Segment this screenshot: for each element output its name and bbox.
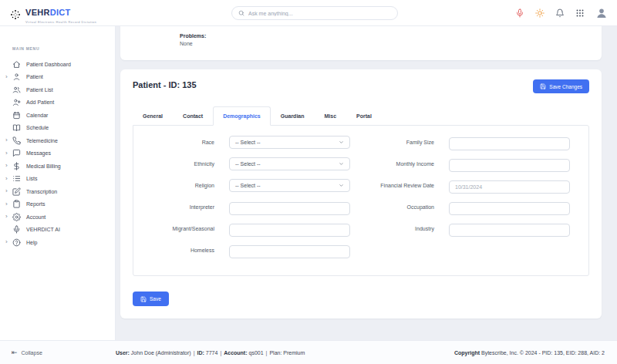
tab-guardian[interactable]: Guardian bbox=[271, 106, 315, 126]
ethnicity-select[interactable]: -- Select -- bbox=[229, 157, 350, 170]
logo-text: VEHRDICT Virtual Electronic Health Recor… bbox=[25, 5, 96, 24]
migrant-seasonal-field[interactable] bbox=[229, 224, 350, 237]
tab-general[interactable]: General bbox=[133, 106, 173, 126]
chevron-down-icon bbox=[339, 161, 344, 167]
patient-tabs-area: General Contact Demographics Guardian Mi… bbox=[133, 106, 589, 276]
tab-demographics[interactable]: Demographics bbox=[213, 106, 271, 126]
interpreter-field[interactable] bbox=[229, 202, 350, 215]
form-row-race: Race -- Select -- bbox=[141, 136, 361, 149]
logo[interactable]: VEHRDICT Virtual Electronic Health Recor… bbox=[9, 5, 96, 24]
form-row-family-size: Family Size bbox=[361, 136, 581, 149]
sidebar-collapse-button[interactable]: ⇤ Collapse bbox=[0, 349, 116, 356]
form-row-religion: Religion -- Select -- bbox=[141, 179, 361, 192]
user-icon bbox=[12, 72, 21, 81]
help-circle-icon bbox=[12, 238, 21, 247]
page-title: Patient - ID: 135 bbox=[133, 80, 589, 89]
sidebar: MAIN MENU Patient Dashboard Patient Pati… bbox=[0, 26, 116, 340]
save-changes-button[interactable]: Save Changes bbox=[533, 79, 589, 93]
brand-name: VEHRDICT bbox=[25, 8, 71, 17]
phone-icon bbox=[12, 136, 21, 145]
main-content: Problems: None Patient - ID: 135 Save Ch… bbox=[116, 26, 617, 340]
app-window: VEHRDICT Virtual Electronic Health Recor… bbox=[0, 0, 617, 364]
calendar-icon bbox=[12, 111, 21, 120]
pen-icon bbox=[12, 187, 21, 196]
form-row-migrant-seasonal: Migrant/Seasonal bbox=[141, 222, 361, 235]
global-search[interactable] bbox=[231, 6, 398, 20]
home-icon bbox=[12, 60, 21, 69]
book-open-icon bbox=[12, 123, 21, 132]
sidebar-item-help[interactable]: Help bbox=[0, 236, 115, 249]
footer-copyright: Copyright Bytescribe, Inc. © 2024 - PID:… bbox=[454, 350, 617, 356]
brand-tagline: Virtual Electronic Health Record Dictati… bbox=[25, 20, 96, 24]
homeless-field[interactable] bbox=[229, 245, 350, 258]
sidebar-item-medical-billing[interactable]: Medical Billing bbox=[0, 160, 115, 173]
form-row-monthly-income: Monthly Income bbox=[361, 157, 581, 170]
clipboard-icon bbox=[12, 200, 21, 208]
form-row-occupation: Occupation bbox=[361, 201, 581, 214]
save-button[interactable]: Save bbox=[133, 292, 169, 306]
chevron-down-icon bbox=[339, 183, 344, 188]
footer: ⇤ Collapse User: John Doe (Administrator… bbox=[0, 340, 617, 364]
dollar-icon bbox=[12, 162, 21, 170]
topbar: VEHRDICT Virtual Electronic Health Recor… bbox=[0, 0, 617, 26]
sidebar-item-patient[interactable]: Patient bbox=[0, 71, 115, 84]
sidebar-item-lists[interactable]: Lists bbox=[0, 173, 115, 186]
patient-card: Patient - ID: 135 Save Changes General C… bbox=[120, 69, 602, 318]
form-row-industry: Industry bbox=[361, 222, 581, 235]
search-icon bbox=[238, 10, 244, 16]
race-select[interactable]: -- Select -- bbox=[229, 136, 350, 149]
microphone-icon[interactable] bbox=[515, 8, 524, 18]
sidebar-item-patient-dashboard[interactable]: Patient Dashboard bbox=[0, 58, 115, 71]
sidebar-item-messages[interactable]: Messages bbox=[0, 147, 115, 160]
bell-icon[interactable] bbox=[555, 8, 565, 18]
save-icon bbox=[140, 296, 147, 302]
footer-user-info: User: John Doe (Administrator)|ID: 7774|… bbox=[116, 350, 454, 356]
collapse-icon: ⇤ bbox=[12, 349, 18, 356]
chevron-down-icon bbox=[339, 140, 344, 145]
form-row-financial-review-date: Financial Review Date bbox=[361, 179, 581, 192]
problems-label: Problems: bbox=[180, 33, 602, 39]
user-plus-icon bbox=[12, 98, 21, 106]
sidebar-section-label: MAIN MENU bbox=[0, 46, 115, 58]
monthly-income-field[interactable] bbox=[449, 159, 570, 172]
family-size-field[interactable] bbox=[449, 137, 570, 150]
sidebar-item-calendar[interactable]: Calendar bbox=[0, 109, 115, 122]
list-icon bbox=[12, 174, 21, 183]
problems-card: Problems: None bbox=[120, 26, 602, 60]
sidebar-item-reports[interactable]: Reports bbox=[0, 198, 115, 211]
sidebar-item-telemedicine[interactable]: Telemedicine bbox=[0, 134, 115, 147]
sidebar-item-transcription[interactable]: Transcription bbox=[0, 185, 115, 198]
tab-portal[interactable]: Portal bbox=[346, 106, 382, 126]
gear-icon bbox=[12, 213, 21, 221]
financial-review-date-field[interactable] bbox=[449, 180, 570, 194]
users-icon bbox=[12, 86, 21, 94]
tab-bar: General Contact Demographics Guardian Mi… bbox=[133, 106, 589, 125]
form-column-right: Family Size Monthly Income Financial Rev… bbox=[361, 136, 581, 271]
form-row-homeless: Homeless bbox=[141, 244, 361, 257]
occupation-field[interactable] bbox=[449, 202, 570, 215]
sidebar-item-schedule[interactable]: Schedule bbox=[0, 122, 115, 135]
problems-value: None bbox=[180, 41, 602, 46]
topbar-actions bbox=[515, 0, 608, 26]
sidebar-item-account[interactable]: Account bbox=[0, 211, 115, 224]
sidebar-item-vehrdict-ai[interactable]: VEHRDICT AI bbox=[0, 224, 115, 237]
save-icon bbox=[540, 83, 546, 89]
chat-icon bbox=[12, 149, 21, 157]
search-input[interactable] bbox=[248, 11, 391, 16]
form-row-ethnicity: Ethnicity -- Select -- bbox=[141, 157, 361, 170]
grid-apps-icon[interactable] bbox=[575, 8, 585, 18]
demographics-form: Race -- Select -- Ethnicity -- Select -- bbox=[133, 125, 589, 276]
religion-select[interactable]: -- Select -- bbox=[229, 179, 350, 192]
mic-icon bbox=[12, 225, 21, 234]
avatar[interactable] bbox=[595, 7, 608, 19]
sidebar-item-add-patient[interactable]: Add Patient bbox=[0, 96, 115, 110]
form-column-left: Race -- Select -- Ethnicity -- Select -- bbox=[141, 136, 361, 271]
sun-icon[interactable] bbox=[535, 8, 545, 18]
tab-misc[interactable]: Misc bbox=[315, 106, 347, 126]
industry-field[interactable] bbox=[449, 224, 570, 237]
logo-starburst-icon bbox=[9, 8, 22, 21]
tab-contact[interactable]: Contact bbox=[173, 106, 213, 126]
form-row-interpreter: Interpreter bbox=[141, 201, 361, 214]
sidebar-item-patient-list[interactable]: Patient List bbox=[0, 83, 115, 96]
